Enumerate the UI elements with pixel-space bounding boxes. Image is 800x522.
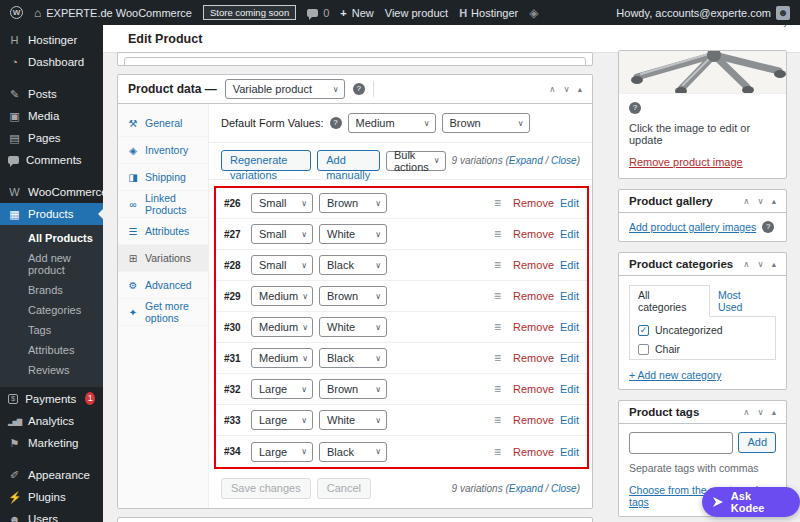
submenu-item-categories[interactable]: Categories (0, 300, 103, 320)
regenerate-variations-button[interactable]: Regenerate variations (221, 150, 311, 171)
move-down-icon[interactable]: ∨ (757, 407, 763, 417)
expand-link[interactable]: Expand (509, 483, 543, 494)
tab-variations[interactable]: ⊞Variations (118, 245, 208, 272)
move-down-icon[interactable]: ∨ (563, 84, 569, 94)
edit-variation-link[interactable]: Edit (560, 352, 579, 364)
tab-all-categories[interactable]: All categories (629, 285, 710, 317)
drag-handle-icon[interactable]: ≡ (494, 413, 501, 427)
remove-variation-link[interactable]: Remove (513, 383, 554, 395)
sidebar-item-dashboard[interactable]: ◔Dashboard (0, 51, 103, 73)
drag-handle-icon[interactable]: ≡ (494, 320, 501, 334)
edit-variation-link[interactable]: Edit (560, 228, 579, 240)
account-menu[interactable]: Howdy, accounts@experte.com ☻ (616, 6, 790, 20)
submenu-item-attributes[interactable]: Attributes (0, 340, 103, 360)
collapse-toggle-icon[interactable]: ▴ (578, 84, 582, 94)
category-item-chair[interactable]: Chair (638, 343, 767, 355)
checkbox-checked-icon[interactable]: ✓ (638, 325, 649, 336)
bulk-actions-select[interactable]: Bulk actions ∨ (386, 151, 446, 171)
close-link[interactable]: Close (551, 155, 577, 166)
submenu-item-tags[interactable]: Tags (0, 320, 103, 340)
new-menu[interactable]: + New (340, 7, 373, 19)
tab-inventory[interactable]: ◈Inventory (118, 137, 208, 164)
remove-variation-link[interactable]: Remove (513, 446, 554, 458)
drag-handle-icon[interactable]: ≡ (494, 196, 501, 210)
help-icon[interactable]: ? (330, 117, 342, 129)
sidebar-item-pages[interactable]: ▤Pages (0, 127, 103, 149)
category-item-uncategorized[interactable]: ✓ Uncategorized (638, 324, 767, 336)
add-gallery-images-link[interactable]: Add product gallery images (629, 221, 756, 233)
sidebar-item-woocommerce[interactable]: WWooCommerce (0, 181, 103, 203)
submenu-item-brands[interactable]: Brands (0, 280, 103, 300)
drag-handle-icon[interactable]: ≡ (494, 445, 501, 459)
sidebar-item-analytics[interactable]: ▂▅▇Analytics (0, 410, 103, 432)
tab-shipping[interactable]: ◨Shipping (118, 164, 208, 191)
expand-link[interactable]: Expand (509, 155, 543, 166)
diamond-plugin-icon[interactable]: ◈ (529, 6, 538, 20)
tab-attributes[interactable]: ☰Attributes (118, 218, 208, 245)
submenu-item-all-products[interactable]: All Products (0, 228, 103, 248)
view-product-link[interactable]: View product (385, 7, 448, 19)
drag-handle-icon[interactable]: ≡ (494, 258, 501, 272)
edit-variation-link[interactable]: Edit (560, 446, 579, 458)
edit-variation-link[interactable]: Edit (560, 414, 579, 426)
add-new-category-link[interactable]: + Add new category (629, 369, 722, 381)
wordpress-logo-icon[interactable]: W (10, 6, 23, 19)
remove-variation-link[interactable]: Remove (513, 197, 554, 209)
remove-variation-link[interactable]: Remove (513, 259, 554, 271)
cancel-button[interactable]: Cancel (317, 478, 371, 499)
move-down-icon[interactable]: ∨ (757, 196, 763, 206)
sidebar-item-products[interactable]: ▦Products (0, 203, 103, 225)
variation-color-select[interactable]: White ∨ (319, 224, 387, 244)
variation-size-select[interactable]: Medium ∨ (251, 286, 313, 306)
sidebar-item-posts[interactable]: ✎Posts (0, 83, 103, 105)
sidebar-item-comments[interactable]: Comments (0, 149, 103, 171)
submenu-item-add-new-product[interactable]: Add new product (0, 248, 103, 280)
drag-handle-icon[interactable]: ≡ (494, 351, 501, 365)
checkbox-icon[interactable] (638, 344, 649, 355)
variation-size-select[interactable]: Small ∨ (251, 193, 313, 213)
move-up-icon[interactable]: ∧ (549, 84, 555, 94)
help-icon[interactable]: ? (762, 221, 774, 233)
remove-variation-link[interactable]: Remove (513, 290, 554, 302)
remove-variation-link[interactable]: Remove (513, 414, 554, 426)
help-icon[interactable]: ? (629, 102, 641, 114)
sidebar-item-hostinger[interactable]: HHostinger (0, 29, 103, 51)
remove-variation-link[interactable]: Remove (513, 321, 554, 333)
variation-size-select[interactable]: Large ∨ (251, 442, 313, 462)
variation-size-select[interactable]: Large ∨ (251, 410, 313, 430)
variation-size-select[interactable]: Medium ∨ (251, 317, 313, 337)
collapse-toggle-icon[interactable]: ▴ (772, 196, 776, 206)
remove-variation-link[interactable]: Remove (513, 352, 554, 364)
variation-color-select[interactable]: White ∨ (319, 317, 387, 337)
edit-variation-link[interactable]: Edit (560, 321, 579, 333)
remove-variation-link[interactable]: Remove (513, 228, 554, 240)
variation-color-select[interactable]: White ∨ (319, 410, 387, 430)
collapse-toggle-icon[interactable]: ▴ (772, 407, 776, 417)
tab-get-more-options[interactable]: ✦Get more options (118, 299, 208, 326)
variation-color-select[interactable]: Brown ∨ (319, 193, 387, 213)
help-icon[interactable]: ? (353, 83, 365, 95)
variation-size-select[interactable]: Medium ∨ (251, 348, 313, 368)
edit-variation-link[interactable]: Edit (560, 259, 579, 271)
sidebar-item-payments[interactable]: $Payments1 (0, 387, 103, 410)
move-up-icon[interactable]: ∧ (743, 407, 749, 417)
site-menu[interactable]: ⌂ EXPERTE.de WooCommerce (34, 6, 192, 20)
variation-size-select[interactable]: Small ∨ (251, 224, 313, 244)
submenu-item-reviews[interactable]: Reviews (0, 360, 103, 380)
ask-kodee-button[interactable]: Ask Kodee (702, 487, 800, 517)
sidebar-item-plugins[interactable]: ⚡Plugins (0, 486, 103, 508)
sidebar-item-users[interactable]: ☻Users (0, 508, 103, 522)
variation-color-select[interactable]: Brown ∨ (319, 286, 387, 306)
product-type-select[interactable]: Variable product ∨ (225, 79, 345, 99)
comments-shortcut[interactable]: 0 (307, 7, 329, 19)
default-color-select[interactable]: Brown ∨ (442, 113, 530, 133)
remove-product-image-link[interactable]: Remove product image (629, 156, 743, 168)
drag-handle-icon[interactable]: ≡ (494, 382, 501, 396)
hostinger-menu[interactable]: H Hostinger (459, 7, 518, 19)
edit-variation-link[interactable]: Edit (560, 383, 579, 395)
tab-most-used[interactable]: Most Used (710, 286, 776, 316)
add-manually-button[interactable]: Add manually (317, 150, 380, 171)
add-tag-button[interactable]: Add (738, 432, 776, 453)
variation-color-select[interactable]: Black ∨ (319, 255, 387, 275)
product-image[interactable] (619, 51, 786, 94)
